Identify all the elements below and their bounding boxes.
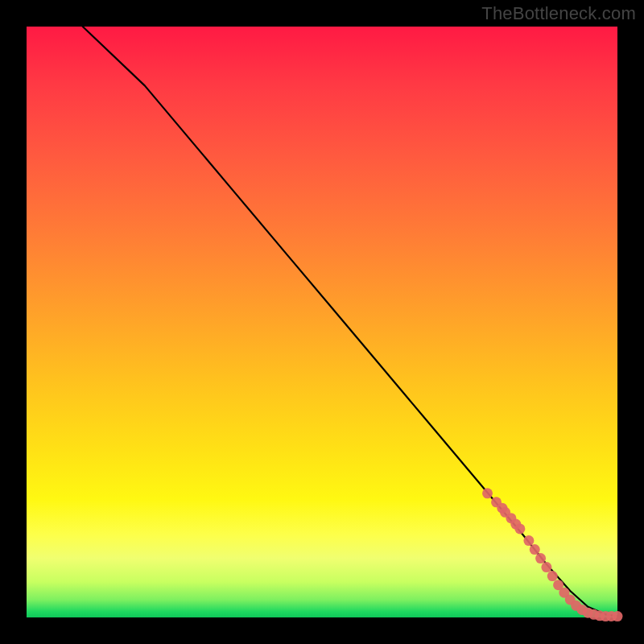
chart-container: TheBottleneck.com (0, 0, 644, 644)
plot-gradient-background (27, 27, 617, 617)
watermark-text: TheBottleneck.com (481, 3, 636, 24)
